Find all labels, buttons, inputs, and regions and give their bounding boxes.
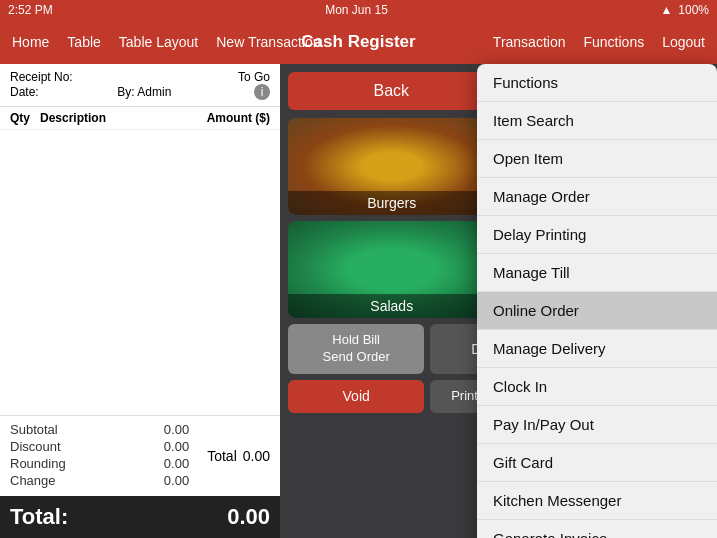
dropdown-item-item-search[interactable]: Item Search xyxy=(477,102,717,140)
subtotal-val: 0.00 xyxy=(164,422,189,437)
dropdown-item-open-item[interactable]: Open Item xyxy=(477,140,717,178)
status-bar: 2:52 PM Mon Jun 15 ▲ 100% xyxy=(0,0,717,20)
nav-item-table-layout[interactable]: Table Layout xyxy=(119,34,198,50)
status-date: Mon Jun 15 xyxy=(325,3,388,17)
to-go-label: To Go xyxy=(238,70,270,84)
dropdown-item-clock-in[interactable]: Clock In xyxy=(477,368,717,406)
dropdown-item-gift-card[interactable]: Gift Card xyxy=(477,444,717,482)
receipt-no-label: Receipt No: xyxy=(10,70,73,84)
grand-total-bar: Total: 0.00 xyxy=(0,496,280,538)
functions-dropdown: Functions Item Search Open Item Manage O… xyxy=(477,64,717,538)
dropdown-item-kitchen-messenger[interactable]: Kitchen Messenger xyxy=(477,482,717,520)
dropdown-item-delay-printing[interactable]: Delay Printing xyxy=(477,216,717,254)
col-amount: Amount ($) xyxy=(207,111,270,125)
nav-item-transaction[interactable]: Transaction xyxy=(493,34,566,50)
subtotal-label: Subtotal xyxy=(10,422,58,437)
dropdown-item-manage-delivery[interactable]: Manage Delivery xyxy=(477,330,717,368)
nav-item-functions[interactable]: Functions xyxy=(583,34,644,50)
dropdown-item-generate-invoice[interactable]: Generate Invoice xyxy=(477,520,717,538)
nav-title: Cash Register xyxy=(301,32,415,52)
grand-total-label: Total: xyxy=(10,504,68,530)
change-label: Change xyxy=(10,473,56,488)
hold-bill-button[interactable]: Hold Bill Send Order xyxy=(288,324,424,374)
dropdown-item-manage-order[interactable]: Manage Order xyxy=(477,178,717,216)
change-val: 0.00 xyxy=(164,473,189,488)
info-icon[interactable]: i xyxy=(254,84,270,100)
nav-item-table[interactable]: Table xyxy=(67,34,100,50)
nav-bar: Home Table Table Layout New Transaction … xyxy=(0,20,717,64)
by-admin-label: By: Admin xyxy=(117,85,171,99)
grand-total-val: 0.00 xyxy=(227,504,270,530)
wifi-icon: ▲ xyxy=(660,3,672,17)
total-val: 0.00 xyxy=(243,448,270,464)
void-button[interactable]: Void xyxy=(288,380,424,413)
col-qty: Qty xyxy=(10,111,40,125)
status-time: 2:52 PM xyxy=(8,3,53,17)
dropdown-item-functions[interactable]: Functions xyxy=(477,64,717,102)
rounding-label: Rounding xyxy=(10,456,66,471)
dropdown-item-pay-in-out[interactable]: Pay In/Pay Out xyxy=(477,406,717,444)
nav-item-logout[interactable]: Logout xyxy=(662,34,705,50)
menu-item-burgers[interactable]: Burgers xyxy=(288,118,496,215)
discount-label: Discount xyxy=(10,439,61,454)
date-label: Date: xyxy=(10,85,39,99)
discount-val: 0.00 xyxy=(164,439,189,454)
back-button[interactable]: Back xyxy=(288,72,495,110)
total-label: Total xyxy=(207,448,237,464)
dropdown-item-online-order[interactable]: Online Order xyxy=(477,292,717,330)
menu-item-salads[interactable]: Salads xyxy=(288,221,496,318)
rounding-val: 0.00 xyxy=(164,456,189,471)
dropdown-item-manage-till[interactable]: Manage Till xyxy=(477,254,717,292)
battery-icon: 100% xyxy=(678,3,709,17)
receipt-panel: Receipt No: To Go Date: By: Admin i Qty … xyxy=(0,64,280,538)
nav-item-home[interactable]: Home xyxy=(12,34,49,50)
receipt-body xyxy=(0,130,280,415)
col-description: Description xyxy=(40,111,207,125)
